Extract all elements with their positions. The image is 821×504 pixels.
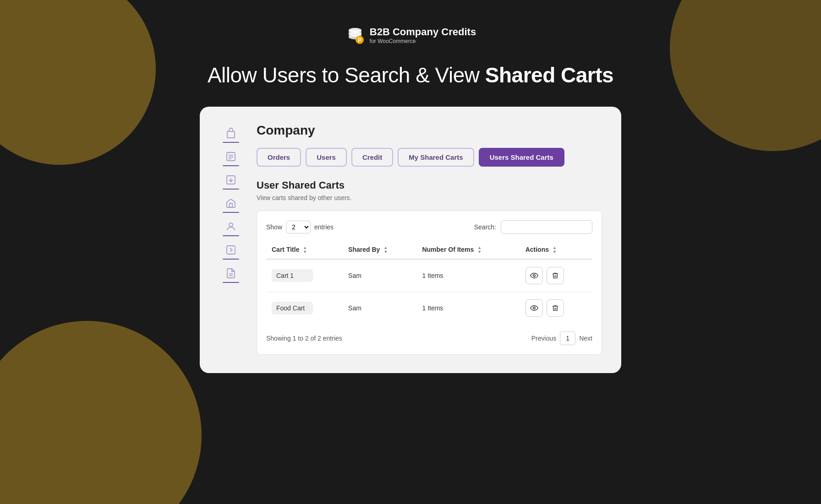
sort-arrows-cart-title: ▲▼ [303, 246, 307, 254]
sidebar-item-2[interactable] [219, 150, 243, 170]
current-page[interactable]: 1 [560, 331, 575, 345]
content-area: Company Orders Users Credit My Shared Ca… [257, 123, 602, 355]
show-entries-control: Show 2 5 10 25 50 entries [266, 221, 334, 233]
sidebar-item-5[interactable] [219, 220, 243, 240]
entries-select[interactable]: 2 5 10 25 50 [286, 221, 311, 233]
brand-title: B2B Company Credits [370, 26, 476, 38]
pagination: Previous 1 Next [531, 331, 592, 345]
sidebar-divider-1 [223, 142, 239, 143]
brand-name: B2B Company Credits for WooCommerce [370, 26, 476, 44]
col-shared-by[interactable]: Shared By ▲▼ [343, 241, 416, 259]
brand-area: P B2B Company Credits for WooCommerce [345, 25, 476, 45]
brand-subtitle: for WooCommerce [370, 38, 416, 44]
table-footer: Showing 1 to 2 of 2 entries Previous 1 N… [266, 331, 592, 345]
table-body: Cart 1 Sam 1 Items [266, 259, 592, 324]
sort-arrows-shared-by: ▲▼ [383, 246, 388, 254]
svg-rect-19 [227, 246, 235, 254]
main-card: Company Orders Users Credit My Shared Ca… [200, 107, 621, 373]
table-row: Cart 1 Sam 1 Items [266, 259, 592, 292]
tab-users[interactable]: Users [306, 148, 347, 167]
tab-credit[interactable]: Credit [351, 148, 393, 167]
table-row: Food Cart Sam 1 Items [266, 292, 592, 325]
search-area: Search: [474, 220, 592, 234]
download-icon [224, 173, 237, 186]
arrow-right-icon [224, 244, 237, 256]
sidebar-divider-5 [223, 235, 239, 236]
view-button-1[interactable] [525, 299, 543, 317]
building-icon [224, 127, 237, 140]
cell-actions-1 [520, 292, 592, 325]
col-number-of-items[interactable]: Number Of Items ▲▼ [416, 241, 520, 259]
svg-point-23 [533, 307, 535, 309]
svg-text:P: P [358, 37, 361, 43]
sidebar-item-4[interactable] [219, 197, 243, 217]
hero-heading-normal: Allow Users to Search & View [208, 63, 480, 87]
svg-rect-12 [227, 152, 235, 161]
sidebar-divider-7 [223, 282, 239, 283]
cell-actions-0 [520, 259, 592, 292]
data-table: Cart Title ▲▼ Shared By ▲▼ Number Of Ite… [266, 241, 592, 324]
sidebar-divider-3 [223, 189, 239, 190]
list-icon [224, 150, 237, 163]
table-head: Cart Title ▲▼ Shared By ▲▼ Number Of Ite… [266, 241, 592, 259]
tab-orders[interactable]: Orders [257, 148, 301, 167]
table-controls: Show 2 5 10 25 50 entries Search: [266, 220, 592, 234]
cart-title-value-0: Cart 1 [272, 269, 313, 282]
home-icon [224, 197, 237, 210]
col-cart-title[interactable]: Cart Title ▲▼ [266, 241, 343, 259]
sort-arrows-actions: ▲▼ [553, 246, 557, 254]
next-button[interactable]: Next [579, 335, 592, 342]
cell-cart-title-1: Food Cart [266, 292, 343, 325]
cart-title-value-1: Food Cart [272, 302, 313, 314]
cell-shared-by-1: Sam [343, 292, 416, 325]
sidebar-item-3[interactable] [219, 173, 243, 193]
tab-my-shared-carts[interactable]: My Shared Carts [398, 148, 474, 167]
search-label: Search: [474, 223, 496, 231]
delete-button-1[interactable] [547, 299, 564, 317]
entries-label: entries [314, 223, 334, 231]
delete-button-0[interactable] [547, 267, 564, 284]
document-icon [224, 267, 237, 280]
sidebar-item-7[interactable] [219, 267, 243, 287]
sidebar-divider-2 [223, 165, 239, 166]
sidebar [219, 123, 243, 355]
col-number-of-items-label: Number Of Items [422, 246, 474, 253]
tab-nav: Orders Users Credit My Shared Carts User… [257, 148, 602, 167]
cell-shared-by-0: Sam [343, 259, 416, 292]
hero-heading-bold: Shared Carts [485, 63, 613, 87]
showing-text: Showing 1 to 2 of 2 entries [266, 335, 342, 342]
company-title: Company [257, 123, 602, 138]
previous-button[interactable]: Previous [531, 335, 556, 342]
sidebar-divider-6 [223, 259, 239, 260]
col-actions[interactable]: Actions ▲▼ [520, 241, 592, 259]
section-description: View carts shared by other users. [257, 194, 602, 201]
cell-number-of-items-1: 1 Items [416, 292, 520, 325]
table-container: Show 2 5 10 25 50 entries Search: [257, 211, 602, 355]
col-shared-by-label: Shared By [348, 246, 380, 253]
sidebar-divider-4 [223, 212, 239, 213]
search-input[interactable] [501, 220, 592, 234]
sidebar-item-1[interactable] [219, 127, 243, 146]
cell-number-of-items-0: 1 Items [416, 259, 520, 292]
col-cart-title-label: Cart Title [272, 246, 299, 253]
col-actions-label: Actions [525, 246, 549, 253]
tab-users-shared-carts[interactable]: Users Shared Carts [479, 148, 564, 167]
section-title: User Shared Carts [257, 179, 602, 191]
view-button-0[interactable] [525, 267, 543, 284]
svg-point-18 [229, 223, 233, 227]
cell-cart-title-0: Cart 1 [266, 259, 343, 292]
svg-rect-7 [227, 131, 235, 138]
svg-point-22 [533, 275, 535, 277]
user-icon [224, 220, 237, 233]
brand-icon: P [345, 25, 365, 45]
sort-arrows-number-of-items: ▲▼ [477, 246, 482, 254]
sidebar-item-6[interactable] [219, 244, 243, 263]
hero-heading: Allow Users to Search & View Shared Cart… [208, 63, 613, 87]
show-label: Show [266, 223, 282, 231]
